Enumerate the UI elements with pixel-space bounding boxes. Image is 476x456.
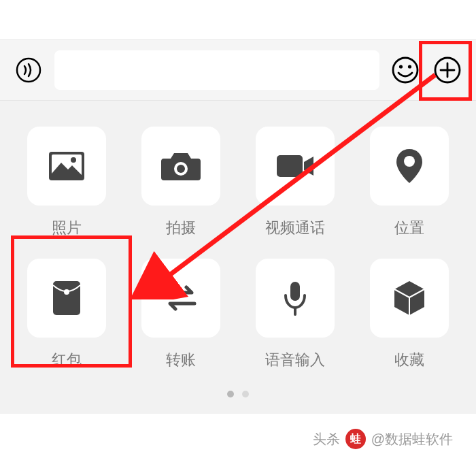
voice-input-tile bbox=[256, 259, 335, 338]
grid-label: 转账 bbox=[166, 350, 196, 370]
red-packet-tile bbox=[27, 259, 106, 338]
svg-rect-18 bbox=[290, 282, 300, 301]
emoji-button[interactable] bbox=[389, 54, 422, 86]
grid-item-favorites[interactable]: 收藏 bbox=[359, 259, 460, 370]
photo-icon bbox=[48, 150, 86, 182]
svg-point-3 bbox=[408, 65, 411, 68]
location-pin-icon bbox=[395, 148, 424, 184]
voice-toggle-button[interactable] bbox=[12, 54, 45, 86]
smiley-icon bbox=[391, 56, 420, 84]
watermark-prefix: 头杀 bbox=[313, 430, 340, 449]
grid-item-video-call[interactable]: 视频通话 bbox=[245, 127, 345, 238]
video-camera-icon bbox=[275, 152, 315, 180]
svg-point-10 bbox=[71, 157, 76, 163]
svg-point-12 bbox=[177, 165, 185, 173]
watermark-handle: @数据蛙软件 bbox=[371, 430, 453, 449]
grid-label: 语音输入 bbox=[265, 350, 325, 370]
pager-dot-active bbox=[227, 391, 234, 397]
chat-input-bar bbox=[0, 39, 476, 101]
grid-item-photo[interactable]: 照片 bbox=[16, 127, 117, 238]
video-call-tile bbox=[256, 127, 335, 206]
transfer-arrows-icon bbox=[162, 284, 200, 312]
attachment-panel: 照片 拍摄 视频通话 bbox=[0, 101, 476, 414]
grid-item-voice-input[interactable]: 语音输入 bbox=[245, 259, 345, 370]
photo-tile bbox=[27, 127, 106, 206]
cube-icon bbox=[392, 280, 426, 316]
svg-point-17 bbox=[64, 289, 69, 295]
top-spacer bbox=[0, 0, 476, 39]
grid-label: 照片 bbox=[52, 218, 82, 238]
grid-label: 收藏 bbox=[394, 350, 424, 370]
grid-item-camera[interactable]: 拍摄 bbox=[131, 127, 231, 238]
svg-rect-16 bbox=[53, 281, 80, 315]
red-packet-icon bbox=[52, 280, 82, 316]
svg-point-1 bbox=[393, 58, 418, 82]
grid-label: 拍摄 bbox=[166, 218, 196, 238]
sound-wave-icon bbox=[15, 56, 42, 84]
grid-label: 位置 bbox=[394, 218, 424, 238]
page-indicator bbox=[16, 391, 460, 397]
grid-item-location[interactable]: 位置 bbox=[359, 127, 460, 238]
microphone-icon bbox=[282, 280, 309, 316]
plus-button[interactable] bbox=[431, 54, 464, 86]
svg-rect-13 bbox=[277, 155, 303, 177]
watermark-avatar-icon: 蛙 bbox=[345, 429, 366, 449]
attachment-grid: 照片 拍摄 视频通话 bbox=[16, 127, 460, 370]
camera-icon bbox=[161, 150, 201, 182]
grid-label: 视频通话 bbox=[265, 218, 325, 238]
svg-point-0 bbox=[17, 59, 40, 82]
location-tile bbox=[370, 127, 449, 206]
favorites-tile bbox=[370, 259, 449, 338]
grid-item-transfer[interactable]: 转账 bbox=[131, 259, 231, 370]
pager-dot bbox=[242, 391, 249, 397]
camera-tile bbox=[141, 127, 220, 206]
svg-marker-14 bbox=[304, 157, 313, 176]
watermark: 头杀 蛙 @数据蛙软件 bbox=[313, 429, 453, 449]
svg-point-2 bbox=[399, 65, 403, 68]
plus-icon bbox=[433, 56, 462, 84]
grid-label: 红包 bbox=[52, 350, 82, 370]
grid-item-red-packet[interactable]: 红包 bbox=[16, 259, 117, 370]
transfer-tile bbox=[141, 259, 220, 338]
message-input[interactable] bbox=[54, 50, 379, 90]
svg-point-15 bbox=[404, 156, 415, 167]
